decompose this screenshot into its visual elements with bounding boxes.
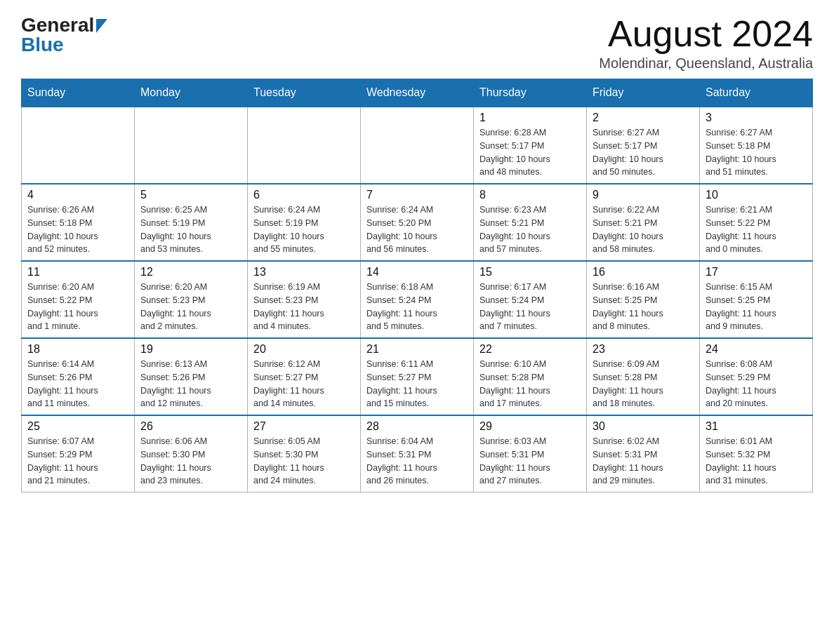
- table-row: 13Sunrise: 6:19 AM Sunset: 5:23 PM Dayli…: [248, 261, 361, 338]
- day-number: 4: [27, 189, 128, 201]
- title-block: August 2024 Molendinar, Queensland, Aust…: [599, 14, 813, 72]
- day-number: 19: [140, 343, 241, 356]
- col-tuesday: Tuesday: [248, 79, 361, 107]
- table-row: 8Sunrise: 6:23 AM Sunset: 5:21 PM Daylig…: [474, 184, 587, 261]
- table-row: [361, 107, 474, 184]
- table-row: 9Sunrise: 6:22 AM Sunset: 5:21 PM Daylig…: [587, 184, 700, 261]
- day-info: Sunrise: 6:26 AM Sunset: 5:18 PM Dayligh…: [27, 203, 128, 256]
- day-info: Sunrise: 6:22 AM Sunset: 5:21 PM Dayligh…: [593, 203, 694, 256]
- day-number: 17: [706, 266, 807, 279]
- day-number: 14: [366, 266, 468, 279]
- day-number: 22: [479, 343, 581, 356]
- day-number: 12: [140, 266, 241, 279]
- col-monday: Monday: [135, 79, 248, 107]
- table-row: 16Sunrise: 6:16 AM Sunset: 5:25 PM Dayli…: [587, 261, 700, 338]
- table-row: 6Sunrise: 6:24 AM Sunset: 5:19 PM Daylig…: [248, 184, 361, 261]
- day-info: Sunrise: 6:23 AM Sunset: 5:21 PM Dayligh…: [479, 203, 581, 256]
- day-info: Sunrise: 6:28 AM Sunset: 5:17 PM Dayligh…: [479, 126, 581, 179]
- day-number: 23: [593, 343, 694, 356]
- day-number: 1: [479, 112, 581, 124]
- table-row: 10Sunrise: 6:21 AM Sunset: 5:22 PM Dayli…: [700, 184, 813, 261]
- day-info: Sunrise: 6:17 AM Sunset: 5:24 PM Dayligh…: [479, 281, 581, 333]
- day-info: Sunrise: 6:11 AM Sunset: 5:27 PM Dayligh…: [366, 358, 468, 410]
- table-row: [248, 107, 361, 184]
- col-thursday: Thursday: [474, 79, 587, 107]
- day-info: Sunrise: 6:15 AM Sunset: 5:25 PM Dayligh…: [706, 281, 807, 333]
- table-row: 30Sunrise: 6:02 AM Sunset: 5:31 PM Dayli…: [587, 415, 700, 492]
- day-info: Sunrise: 6:24 AM Sunset: 5:20 PM Dayligh…: [366, 203, 468, 256]
- table-row: [135, 107, 248, 184]
- calendar-location: Molendinar, Queensland, Australia: [599, 55, 813, 72]
- day-info: Sunrise: 6:27 AM Sunset: 5:17 PM Dayligh…: [593, 126, 694, 179]
- table-row: 11Sunrise: 6:20 AM Sunset: 5:22 PM Dayli…: [22, 261, 135, 338]
- page-header: General Blue August 2024 Molendinar, Que…: [21, 14, 813, 72]
- table-row: 27Sunrise: 6:05 AM Sunset: 5:30 PM Dayli…: [248, 415, 361, 492]
- table-row: 17Sunrise: 6:15 AM Sunset: 5:25 PM Dayli…: [700, 261, 813, 338]
- table-row: 22Sunrise: 6:10 AM Sunset: 5:28 PM Dayli…: [474, 338, 587, 415]
- day-number: 24: [706, 343, 807, 356]
- day-number: 9: [593, 189, 694, 201]
- table-row: 26Sunrise: 6:06 AM Sunset: 5:30 PM Dayli…: [135, 415, 248, 492]
- day-info: Sunrise: 6:01 AM Sunset: 5:32 PM Dayligh…: [706, 435, 807, 488]
- day-number: 21: [366, 343, 468, 356]
- day-info: Sunrise: 6:03 AM Sunset: 5:31 PM Dayligh…: [479, 435, 581, 488]
- table-row: 2Sunrise: 6:27 AM Sunset: 5:17 PM Daylig…: [587, 107, 700, 184]
- table-row: 7Sunrise: 6:24 AM Sunset: 5:20 PM Daylig…: [361, 184, 474, 261]
- day-number: 3: [706, 112, 807, 124]
- day-number: 7: [366, 189, 468, 201]
- table-row: 23Sunrise: 6:09 AM Sunset: 5:28 PM Dayli…: [587, 338, 700, 415]
- day-number: 15: [479, 266, 581, 279]
- col-friday: Friday: [587, 79, 700, 107]
- day-number: 29: [479, 420, 581, 433]
- table-row: 20Sunrise: 6:12 AM Sunset: 5:27 PM Dayli…: [248, 338, 361, 415]
- week-row: 25Sunrise: 6:07 AM Sunset: 5:29 PM Dayli…: [22, 415, 813, 492]
- table-row: 18Sunrise: 6:14 AM Sunset: 5:26 PM Dayli…: [22, 338, 135, 415]
- col-wednesday: Wednesday: [361, 79, 474, 107]
- day-number: 6: [253, 189, 355, 201]
- calendar-title: August 2024: [599, 14, 813, 54]
- day-info: Sunrise: 6:24 AM Sunset: 5:19 PM Dayligh…: [253, 203, 355, 256]
- day-info: Sunrise: 6:12 AM Sunset: 5:27 PM Dayligh…: [253, 358, 355, 410]
- day-number: 16: [593, 266, 694, 279]
- day-info: Sunrise: 6:08 AM Sunset: 5:29 PM Dayligh…: [706, 358, 807, 410]
- day-info: Sunrise: 6:05 AM Sunset: 5:30 PM Dayligh…: [253, 435, 355, 488]
- day-info: Sunrise: 6:27 AM Sunset: 5:18 PM Dayligh…: [706, 126, 807, 179]
- table-row: 1Sunrise: 6:28 AM Sunset: 5:17 PM Daylig…: [474, 107, 587, 184]
- table-row: 14Sunrise: 6:18 AM Sunset: 5:24 PM Dayli…: [361, 261, 474, 338]
- table-row: 19Sunrise: 6:13 AM Sunset: 5:26 PM Dayli…: [135, 338, 248, 415]
- day-number: 31: [706, 420, 807, 433]
- logo: General Blue: [21, 14, 107, 56]
- col-sunday: Sunday: [22, 79, 135, 107]
- day-number: 20: [253, 343, 355, 356]
- day-info: Sunrise: 6:25 AM Sunset: 5:19 PM Dayligh…: [140, 203, 241, 256]
- day-info: Sunrise: 6:10 AM Sunset: 5:28 PM Dayligh…: [479, 358, 581, 410]
- day-info: Sunrise: 6:16 AM Sunset: 5:25 PM Dayligh…: [593, 281, 694, 333]
- table-row: 25Sunrise: 6:07 AM Sunset: 5:29 PM Dayli…: [22, 415, 135, 492]
- day-info: Sunrise: 6:06 AM Sunset: 5:30 PM Dayligh…: [140, 435, 241, 488]
- day-number: 2: [593, 112, 694, 124]
- table-row: 5Sunrise: 6:25 AM Sunset: 5:19 PM Daylig…: [135, 184, 248, 261]
- day-info: Sunrise: 6:07 AM Sunset: 5:29 PM Dayligh…: [27, 435, 128, 488]
- day-info: Sunrise: 6:04 AM Sunset: 5:31 PM Dayligh…: [366, 435, 468, 488]
- day-number: 27: [253, 420, 355, 433]
- day-info: Sunrise: 6:20 AM Sunset: 5:22 PM Dayligh…: [27, 281, 128, 333]
- logo-blue-text: Blue: [21, 34, 64, 56]
- day-number: 18: [27, 343, 128, 356]
- week-row: 4Sunrise: 6:26 AM Sunset: 5:18 PM Daylig…: [22, 184, 813, 261]
- week-row: 18Sunrise: 6:14 AM Sunset: 5:26 PM Dayli…: [22, 338, 813, 415]
- table-row: 3Sunrise: 6:27 AM Sunset: 5:18 PM Daylig…: [700, 107, 813, 184]
- table-row: 24Sunrise: 6:08 AM Sunset: 5:29 PM Dayli…: [700, 338, 813, 415]
- day-info: Sunrise: 6:02 AM Sunset: 5:31 PM Dayligh…: [593, 435, 694, 488]
- day-number: 28: [366, 420, 468, 433]
- table-row: 12Sunrise: 6:20 AM Sunset: 5:23 PM Dayli…: [135, 261, 248, 338]
- calendar-table: Sunday Monday Tuesday Wednesday Thursday…: [21, 79, 813, 492]
- day-info: Sunrise: 6:19 AM Sunset: 5:23 PM Dayligh…: [253, 281, 355, 333]
- day-info: Sunrise: 6:13 AM Sunset: 5:26 PM Dayligh…: [140, 358, 241, 410]
- table-row: 21Sunrise: 6:11 AM Sunset: 5:27 PM Dayli…: [361, 338, 474, 415]
- table-row: [22, 107, 135, 184]
- day-number: 5: [140, 189, 241, 201]
- day-number: 13: [253, 266, 355, 279]
- day-info: Sunrise: 6:21 AM Sunset: 5:22 PM Dayligh…: [706, 203, 807, 256]
- day-number: 26: [140, 420, 241, 433]
- logo-arrow-icon: [96, 19, 107, 33]
